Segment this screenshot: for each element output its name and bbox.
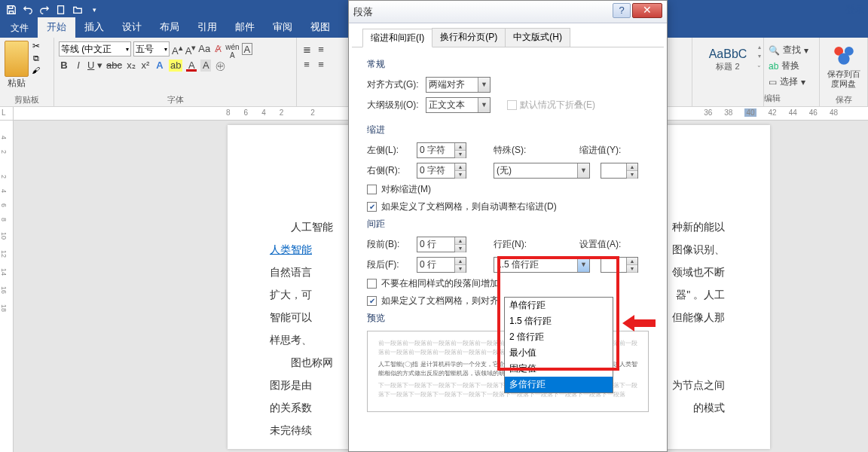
char-shading-icon[interactable]: A <box>200 60 211 72</box>
clear-format-icon[interactable]: A̷ <box>212 43 223 55</box>
tab-asian-typography[interactable]: 中文版式(H) <box>505 28 570 47</box>
redo-icon[interactable] <box>36 2 53 17</box>
font-name-select[interactable]: 等线 (中文正▾ <box>59 41 131 56</box>
login-link[interactable]: 登录 <box>845 3 865 17</box>
clipboard-group: 粘贴 ✂ ⧉ 🖌 剪贴板 <box>0 38 54 107</box>
styles-up-icon[interactable]: ▴ <box>756 44 762 50</box>
dialog-titlebar[interactable]: 段落 ? ✕ <box>349 1 667 23</box>
search-icon: 🔍 <box>769 45 780 56</box>
cursor-icon: ▭ <box>769 77 777 87</box>
chevron-down-icon: ▼ <box>478 98 490 112</box>
section-spacing: 间距 <box>367 218 649 231</box>
save-icon[interactable] <box>3 2 20 17</box>
strike-button[interactable]: abc <box>106 60 122 72</box>
auto-adjust-checkbox[interactable]: ✔ <box>367 202 377 212</box>
alignment-label: 对齐方式(G): <box>367 78 421 91</box>
enclose-icon[interactable]: ㊥ <box>215 60 225 72</box>
grow-font-icon[interactable]: A▴ <box>172 43 183 55</box>
edit-label: 编辑 <box>764 91 819 105</box>
paragraph-group-partial: ≣ ≡ ≡ ≡ <box>297 38 350 107</box>
highlight-icon[interactable]: ab <box>169 60 182 72</box>
select-button[interactable]: ▭选择 ▾ <box>769 74 815 90</box>
section-indent: 缩进 <box>367 124 649 136</box>
baidu-cloud-icon[interactable] <box>831 42 857 68</box>
tab-view[interactable]: 视图 <box>301 17 339 38</box>
dialog-tabs: 缩进和间距(I) 换行和分页(P) 中文版式(H) <box>352 23 664 47</box>
no-space-same-style-checkbox[interactable] <box>367 279 377 289</box>
chevron-down-icon: ▼ <box>478 78 490 92</box>
after-label: 段后(F): <box>367 258 412 271</box>
underline-button[interactable]: U ▾ <box>87 60 102 72</box>
tab-layout[interactable]: 布局 <box>151 17 188 38</box>
copy-icon[interactable]: ⧉ <box>32 53 40 63</box>
change-case-icon[interactable]: Aa <box>198 43 210 55</box>
option-multiple[interactable]: 多倍行距 <box>505 377 613 392</box>
snap-to-grid-checkbox[interactable]: ✔ <box>367 296 377 306</box>
tab-indent-spacing[interactable]: 缩进和间距(I) <box>362 29 432 47</box>
format-painter-icon[interactable]: 🖌 <box>32 66 40 75</box>
alignment-combo[interactable]: 两端对齐▼ <box>426 77 491 93</box>
space-before-input[interactable]: 0 行▲▼ <box>417 237 466 252</box>
right-indent-label: 右侧(R): <box>367 164 412 177</box>
setvalue-label: 设置值(A): <box>579 238 621 251</box>
align-left-icon[interactable]: ≡ <box>301 59 312 71</box>
special-combo[interactable]: (无)▼ <box>494 163 590 179</box>
numbering-icon[interactable]: ≡ <box>316 44 326 56</box>
help-button[interactable]: ? <box>613 3 631 18</box>
tab-line-page-breaks[interactable]: 换行和分页(P) <box>432 28 506 47</box>
paste-label: 粘贴 <box>5 77 29 90</box>
tab-file[interactable]: 文件 <box>2 19 38 38</box>
no-space-label: 不要在相同样式的段落间增加 <box>381 277 499 290</box>
find-button[interactable]: 🔍查找 ▾ <box>769 42 815 58</box>
shrink-font-icon[interactable]: A▾ <box>185 43 197 55</box>
subscript-button[interactable]: x₂ <box>126 60 136 72</box>
new-icon[interactable] <box>53 2 69 17</box>
phonetic-icon[interactable]: wénA <box>225 43 239 55</box>
tab-references[interactable]: 引用 <box>188 17 226 38</box>
tab-mailings[interactable]: 邮件 <box>226 17 264 38</box>
editing-group: 🔍查找 ▾ ab替换 ▭选择 ▾ 编辑 <box>764 38 820 107</box>
text-effect-icon[interactable]: A <box>154 60 165 72</box>
style-heading2[interactable]: AaBbC 标题 2 <box>702 39 753 80</box>
auto-adjust-label: 如果定义了文档网格，则自动调整右缩进(D) <box>381 200 557 213</box>
save-label: 保存 <box>820 94 867 105</box>
paragraph-dialog: 段落 ? ✕ 缩进和间距(I) 换行和分页(P) 中文版式(H) 常规 对齐方式… <box>348 0 668 452</box>
outline-label: 大纲级别(O): <box>367 99 421 111</box>
mirror-indent-checkbox[interactable] <box>367 185 377 194</box>
tab-review[interactable]: 审阅 <box>264 17 301 38</box>
bullets-icon[interactable]: ≣ <box>301 44 312 56</box>
font-color-icon[interactable]: A <box>186 60 197 72</box>
right-indent-input[interactable]: 0 字符▲▼ <box>417 163 466 179</box>
styles-more-icon[interactable]: ⌄ <box>756 62 762 69</box>
styles-down-icon[interactable]: ▾ <box>756 53 762 60</box>
tab-home[interactable]: 开始 <box>38 17 75 38</box>
paste-button[interactable] <box>5 41 29 77</box>
align-center-icon[interactable]: ≡ <box>316 59 326 71</box>
undo-icon[interactable] <box>20 2 36 17</box>
ruler-corner: L <box>0 107 14 120</box>
bold-button[interactable]: B <box>59 60 69 72</box>
open-icon[interactable] <box>69 2 86 17</box>
indent-value-input[interactable]: ▲▼ <box>601 163 638 179</box>
before-label: 段前(B): <box>367 238 412 251</box>
font-size-select[interactable]: 五号▾ <box>133 41 170 56</box>
cut-icon[interactable]: ✂ <box>32 41 40 51</box>
left-indent-input[interactable]: 0 字符▲▼ <box>417 142 466 158</box>
linespacing-label: 行距(N): <box>494 238 537 251</box>
replace-button[interactable]: ab替换 <box>769 58 815 74</box>
hyperlink[interactable]: 人类智能 <box>270 243 312 255</box>
close-button[interactable]: ✕ <box>632 3 662 18</box>
vertical-ruler[interactable]: 4224681012141618 <box>0 121 14 452</box>
save-cloud-group: 保存到百度网盘 保存 <box>820 38 868 107</box>
tab-design[interactable]: 设计 <box>113 17 151 38</box>
superscript-button[interactable]: x² <box>140 60 151 72</box>
dialog-title: 段落 <box>353 5 373 19</box>
tab-insert[interactable]: 插入 <box>75 17 113 38</box>
italic-button[interactable]: I <box>73 60 84 72</box>
char-border-icon[interactable]: A <box>242 43 253 55</box>
space-after-input[interactable]: 0 行▲▼ <box>417 257 466 273</box>
annotation-arrow-icon <box>622 315 656 331</box>
qat-dropdown-icon[interactable]: ▾ <box>86 2 102 17</box>
outline-combo[interactable]: 正文文本▼ <box>426 97 491 113</box>
styles-group: AaBbC 标题 2 ▴ ▾ ⌄ <box>692 38 764 107</box>
